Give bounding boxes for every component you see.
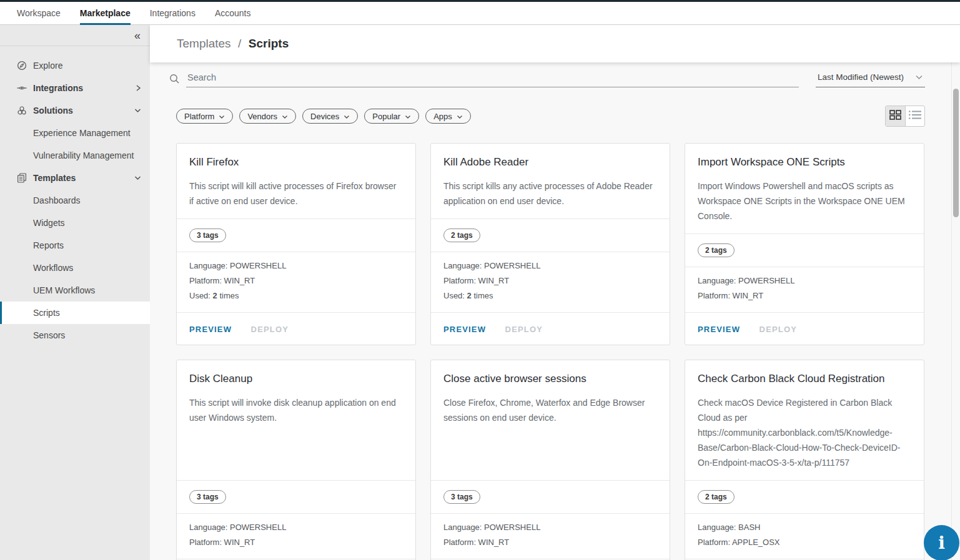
icon-spacer xyxy=(17,240,27,250)
sidebar-item-label: Sensors xyxy=(33,330,65,340)
top-nav-tabs: Workspace Marketplace Integrations Accou… xyxy=(0,2,960,25)
tags-badge[interactable]: 2 tags xyxy=(698,490,735,504)
breadcrumb-parent[interactable]: Templates xyxy=(177,37,231,50)
meta-used-part: Used: xyxy=(189,291,213,300)
meta-used-part: times xyxy=(217,291,239,300)
grid-view-button[interactable] xyxy=(886,106,905,126)
list-view-button[interactable] xyxy=(905,106,924,126)
filter-vendors[interactable]: Vendors xyxy=(239,109,296,124)
nav-tab-marketplace[interactable]: Marketplace xyxy=(80,2,131,24)
sidebar-item-solutions[interactable]: Solutions xyxy=(0,99,150,122)
meta-line: Language: POWERSHELL xyxy=(698,273,911,288)
sidebar-item-label: Solutions xyxy=(33,106,73,115)
deploy-button[interactable]: DEPLOY xyxy=(251,325,289,334)
card-body: Disk Cleanup This script will invoke dis… xyxy=(177,360,415,480)
breadcrumb-separator: / xyxy=(238,37,241,50)
icon-spacer xyxy=(17,150,27,160)
bundle-icon xyxy=(17,106,27,115)
sidebar-item-label: UEM Workflows xyxy=(33,285,95,295)
nav-tab-label: Integrations xyxy=(150,8,195,18)
chevron-down-icon xyxy=(405,112,411,121)
grid-icon xyxy=(889,110,901,122)
deploy-button[interactable]: DEPLOY xyxy=(505,325,543,334)
icon-spacer xyxy=(17,263,27,273)
toolbar: Last Modified (Newest) xyxy=(176,62,925,87)
card-description: Close Firefox, Chrome, Waterfox and Edge… xyxy=(443,395,657,425)
card-description: Import Windows Powershell and macOS scri… xyxy=(698,179,911,224)
filter-apps[interactable]: Apps xyxy=(425,109,471,124)
icon-spacer xyxy=(17,285,27,295)
sidebar-item-label: Workflows xyxy=(33,263,73,273)
chevron-down-icon xyxy=(219,112,225,121)
meta-line: Platform: APPLE_OSX xyxy=(698,535,911,550)
meta-line: Language: BASH xyxy=(698,520,911,535)
info-button[interactable]: i xyxy=(924,525,959,560)
search-input[interactable] xyxy=(187,72,799,82)
page-header: Templates / Scripts xyxy=(150,25,960,62)
sort-dropdown-label: Last Modified (Newest) xyxy=(818,72,904,82)
compass-icon xyxy=(17,61,27,71)
meta-line: Platform: WIN_RT xyxy=(189,273,403,288)
collapse-sidebar-icon[interactable]: « xyxy=(134,30,141,41)
sidebar-item-experience-management[interactable]: Experience Management xyxy=(0,122,150,144)
sidebar-item-vulnerability-management[interactable]: Vulnerability Management xyxy=(0,144,150,167)
card-description: Check macOS Device Registered in Carbon … xyxy=(698,395,911,470)
sidebar-item-scripts[interactable]: Scripts xyxy=(0,302,150,324)
sidebar-item-uem-workflows[interactable]: UEM Workflows xyxy=(0,279,150,302)
filter-pills: Platform Vendors Devices Popular Apps xyxy=(176,109,471,124)
sidebar-item-workflows[interactable]: Workflows xyxy=(0,257,150,279)
sort-dropdown[interactable]: Last Modified (Newest) xyxy=(816,71,925,87)
info-icon: i xyxy=(938,533,945,553)
script-card: Import Workspace ONE Scripts Import Wind… xyxy=(685,143,924,345)
chevron-down-icon xyxy=(457,112,463,121)
tags-badge[interactable]: 2 tags xyxy=(443,228,480,242)
sidebar-item-widgets[interactable]: Widgets xyxy=(0,212,150,234)
breadcrumb: Templates / Scripts xyxy=(177,37,289,51)
meta-line-used: Used: 2 times xyxy=(189,288,403,303)
card-title: Kill Firefox xyxy=(189,156,403,169)
card-body: Import Workspace ONE Scripts Import Wind… xyxy=(685,144,924,233)
view-toggle xyxy=(885,106,925,127)
filter-popular[interactable]: Popular xyxy=(364,109,419,124)
sidebar-item-explore[interactable]: Explore xyxy=(0,54,150,77)
script-card: Kill Firefox This script will kill activ… xyxy=(176,143,416,345)
scrollbar-track[interactable] xyxy=(951,62,960,560)
preview-button[interactable]: PREVIEW xyxy=(189,325,232,334)
meta-line: Language: POWERSHELL xyxy=(443,520,657,535)
card-actions: PREVIEW DEPLOY xyxy=(431,312,670,345)
meta-line: Platform: WIN_RT xyxy=(698,288,911,303)
tags-badge[interactable]: 3 tags xyxy=(189,228,226,242)
plugin-icon xyxy=(17,83,27,93)
sidebar-nav: Explore Integrations Solutions Experienc… xyxy=(0,54,150,346)
filter-devices[interactable]: Devices xyxy=(302,109,358,124)
tags-badge[interactable]: 2 tags xyxy=(698,243,735,257)
sidebar-divider xyxy=(0,46,150,46)
filter-platform[interactable]: Platform xyxy=(176,109,233,124)
nav-tab-integrations[interactable]: Integrations xyxy=(150,2,195,24)
filter-pill-label: Popular xyxy=(372,112,400,121)
preview-button[interactable]: PREVIEW xyxy=(443,325,486,334)
chevron-down-icon xyxy=(915,71,923,82)
scrollbar-thumb[interactable] xyxy=(953,89,959,217)
card-title: Close active browser sessions xyxy=(443,373,657,385)
sidebar-item-templates[interactable]: Templates xyxy=(0,167,150,189)
card-meta-section: Language: POWERSHELLPlatform: WIN_RT xyxy=(177,513,415,559)
card-tags-section: 2 tags xyxy=(431,219,670,252)
nav-tab-workspace[interactable]: Workspace xyxy=(17,2,61,24)
tags-badge[interactable]: 3 tags xyxy=(189,490,226,504)
card-body: Kill Firefox This script will kill activ… xyxy=(177,144,415,219)
meta-used-part: 2 xyxy=(213,291,217,300)
preview-button[interactable]: PREVIEW xyxy=(698,325,740,334)
tags-badge[interactable]: 3 tags xyxy=(443,490,480,504)
sidebar-item-reports[interactable]: Reports xyxy=(0,234,150,257)
icon-spacer xyxy=(17,195,27,205)
sidebar-item-integrations[interactable]: Integrations xyxy=(0,77,150,99)
sidebar-item-dashboards[interactable]: Dashboards xyxy=(0,189,150,212)
card-actions: PREVIEW DEPLOY xyxy=(177,312,415,345)
card-meta-section: Language: POWERSHELLPlatform: WIN_RT xyxy=(431,513,670,559)
deploy-button[interactable]: DEPLOY xyxy=(760,325,797,334)
filter-bar: Platform Vendors Devices Popular Apps xyxy=(176,106,925,127)
sidebar-item-label: Explore xyxy=(33,61,62,71)
nav-tab-accounts[interactable]: Accounts xyxy=(215,2,251,24)
sidebar-item-sensors[interactable]: Sensors xyxy=(0,324,150,346)
